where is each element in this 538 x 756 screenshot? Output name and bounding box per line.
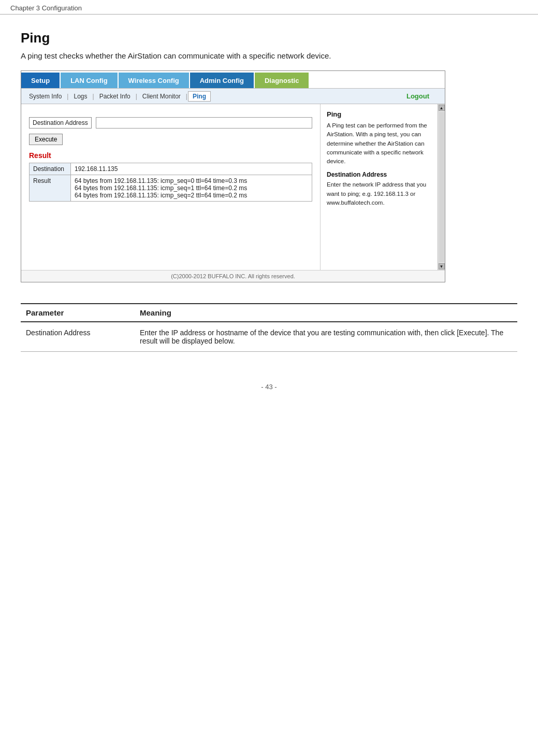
breadcrumb: Chapter 3 Configuration [0,0,538,15]
table-row: Destination Address Enter the IP address… [21,322,517,352]
nav-item-diagnostic[interactable]: Diagnostic [255,73,309,88]
dest-addr-label: Destination Address [29,117,92,129]
param-col-header: Parameter [21,304,135,322]
rp-ping-body: A Ping test can be performed from the Ai… [327,121,439,166]
logout-button[interactable]: Logout [404,91,431,101]
subnav-sep-4: | [186,93,187,100]
page-footer: - 43 - [0,373,538,396]
ui-screenshot-box: Setup LAN Config Wireless Config Admin C… [21,70,445,282]
param-section: Parameter Meaning Destination Address En… [21,303,517,352]
subnav-logs[interactable]: Logs [69,91,92,102]
subnav-system-info[interactable]: System Info [24,91,66,102]
right-panel: Ping A Ping test can be performed from t… [321,104,445,270]
meaning-col-header: Meaning [135,304,517,322]
subnav-sep-3: | [136,93,137,100]
scrollbar[interactable]: ▲ ▼ [438,104,445,270]
left-panel: Destination Address Execute Result Desti… [21,104,321,270]
result-destination-value: 192.168.11.135 [71,163,312,175]
page-title: Ping [21,30,517,46]
rp-dest-addr-title: Destination Address [327,171,439,178]
result-line-1: 64 bytes from 192.168.11.135: icmp_seq=1… [75,184,308,192]
rp-ping-title: Ping [327,110,439,118]
page-description: A ping test checks whether the AirStatio… [21,51,517,60]
subnav-sep-2: | [93,93,94,100]
param-table-header-row: Parameter Meaning [21,304,517,322]
execute-button[interactable]: Execute [29,134,63,145]
subnav-sep-1: | [67,93,68,100]
param-row-param: Destination Address [21,322,135,352]
subnav-packet-info[interactable]: Packet Info [95,91,135,102]
breadcrumb-text: Chapter 3 Configuration [10,4,82,12]
sub-nav-bar: System Info | Logs | Packet Info | Clien… [24,91,211,102]
result-destination-label: Destination [30,163,71,175]
param-row-meaning: Enter the IP address or hostname of the … [135,322,517,352]
dest-addr-row: Destination Address [29,117,312,129]
result-result-row: Result 64 bytes from 192.168.11.135: icm… [30,175,312,202]
scroll-down-btn[interactable]: ▼ [439,263,445,269]
result-line-0: 64 bytes from 192.168.11.135: icmp_seq=0… [75,177,308,184]
nav-bar: Setup LAN Config Wireless Config Admin C… [21,71,445,89]
nav-item-setup[interactable]: Setup [21,73,60,88]
subnav-client-monitor[interactable]: Client Monitor [138,91,185,102]
nav-item-lan-config[interactable]: LAN Config [61,73,117,88]
result-result-value: 64 bytes from 192.168.11.135: icmp_seq=0… [71,175,312,202]
ui-box-footer: (C)2000-2012 BUFFALO INC. All rights res… [21,270,445,282]
subnav-ping[interactable]: Ping [188,91,211,102]
dest-addr-input[interactable] [96,117,312,129]
result-title: Result [29,151,312,160]
result-table: Destination 192.168.11.135 Result 64 byt… [29,163,312,202]
ui-content-area: Destination Address Execute Result Desti… [21,104,445,270]
result-line-2: 64 bytes from 192.168.11.135: icmp_seq=2… [75,192,308,199]
rp-dest-addr-body: Enter the network IP address that you wa… [327,180,439,207]
nav-item-admin-config[interactable]: Admin Config [190,73,254,88]
sub-nav-area: System Info | Logs | Packet Info | Clien… [21,89,445,104]
logout-area: Logout [404,90,442,102]
result-result-label: Result [30,175,71,202]
param-table: Parameter Meaning Destination Address En… [21,303,517,352]
result-destination-row: Destination 192.168.11.135 [30,163,312,175]
nav-item-wireless-config[interactable]: Wireless Config [119,73,189,88]
scroll-up-btn[interactable]: ▲ [439,105,445,111]
